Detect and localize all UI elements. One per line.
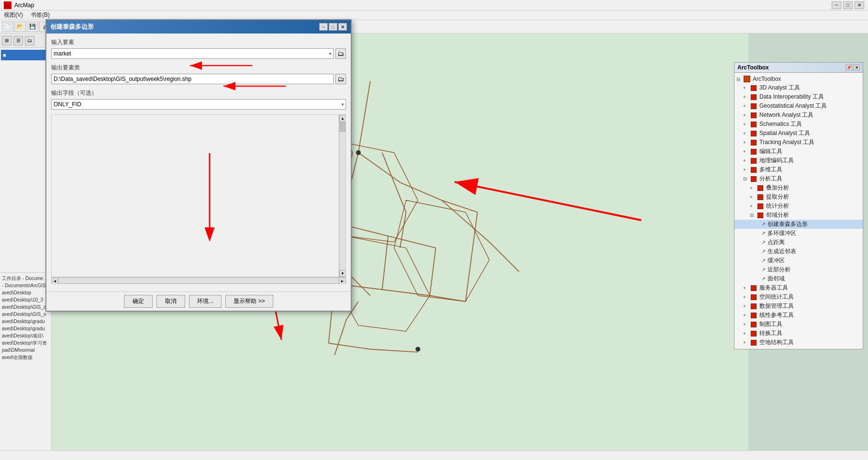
dialog-hscrollbar[interactable]: ◄ ►: [51, 277, 346, 284]
dir-item[interactable]: 工作目录 - Documents\Ar: [2, 275, 49, 282]
scroll-left-arrow[interactable]: ◄: [52, 278, 58, 284]
dir-item[interactable]: aved\Desktop: [2, 289, 49, 296]
expand-spatialstats: +: [743, 294, 749, 300]
input-browse-button[interactable]: 🗂: [335, 48, 346, 59]
at-stats[interactable]: + 统计分析: [734, 202, 863, 211]
at-proximity[interactable]: ⊟ 邻域分析: [734, 211, 863, 220]
at-spatial2[interactable]: + 空地结构工具: [734, 338, 863, 347]
at-geostat[interactable]: + Geostatistical Analyst 工具: [734, 101, 863, 111]
at-analysis[interactable]: ⊟ 分析工具: [734, 174, 863, 183]
cancel-button[interactable]: 取消: [156, 295, 185, 308]
catalog-icon1[interactable]: ⊞: [2, 36, 11, 45]
cartography-icon: [750, 321, 757, 328]
menu-bookmark[interactable]: 书签(B): [29, 11, 52, 19]
new-btn[interactable]: 📄: [2, 22, 13, 32]
arcmap-icon: [4, 1, 11, 9]
editor-box-icon: [751, 149, 757, 155]
at-root[interactable]: ⊟ ArcToolbox: [734, 75, 863, 83]
svg-point-21: [415, 347, 420, 351]
scroll-right-arrow[interactable]: ►: [339, 278, 345, 284]
left-panel: ⊞ ☰ 🗂 ■ 工作目录 - Documents\Ar - Documents\…: [0, 34, 52, 460]
output-features-input[interactable]: [51, 74, 334, 84]
scroll-thumb[interactable]: [340, 122, 345, 132]
at-pointdist[interactable]: ↗ 点距离: [734, 238, 863, 247]
confirm-button[interactable]: 确定: [124, 295, 153, 308]
dir-item[interactable]: pad\DM\normal: [2, 347, 49, 354]
dialog-minimize[interactable]: ─: [319, 23, 328, 31]
at-3d[interactable]: + 3D Analyst 工具: [734, 83, 863, 92]
show-help-button[interactable]: 显示帮助 >>: [225, 295, 273, 308]
geostat-icon: [750, 102, 757, 110]
menu-view[interactable]: 视图(V): [2, 11, 25, 19]
dir-item[interactable]: aved\Desktop\gradu: [2, 325, 49, 332]
close-button[interactable]: ✕: [855, 1, 864, 9]
at-nearanalysis[interactable]: ↗ 近部分析: [734, 265, 863, 274]
at-datamgmt[interactable]: + 数据管理工具: [734, 302, 863, 311]
at-adjoin[interactable]: ↗ 面邻域: [734, 274, 863, 283]
spatial2-icon: [750, 339, 757, 347]
spatial-box-icon: [751, 131, 757, 136]
at-server[interactable]: + 服务器工具: [734, 283, 863, 292]
at-interop[interactable]: + Data Interoperability 工具: [734, 92, 863, 101]
at-editor[interactable]: + 编辑工具: [734, 147, 863, 156]
at-spatialstats[interactable]: + 空间统计工具: [734, 292, 863, 302]
hscroll-track[interactable]: [58, 278, 339, 283]
stats-icon: [757, 202, 764, 210]
maximize-button[interactable]: □: [843, 1, 853, 9]
at-schematics[interactable]: + Schematics 工具: [734, 120, 863, 129]
catalog-icon3[interactable]: 🗂: [25, 36, 34, 45]
at-network[interactable]: + Network Analyst 工具: [734, 111, 863, 120]
dir-item[interactable]: - Documents\ArcGIS: [2, 282, 49, 289]
output-fields-dropdown[interactable]: ONLY_FID ▼: [51, 99, 346, 110]
dir-item[interactable]: aved\Desktop\项目\: [2, 332, 49, 339]
at-multibuffer[interactable]: ↗ 多环缓冲区: [734, 229, 863, 238]
dialog-vscrollbar[interactable]: ▲ ▼: [339, 115, 345, 277]
dir-item[interactable]: aved\Desktop\GIS_o: [2, 303, 49, 311]
at-cartography-label: 制图工具: [759, 320, 782, 328]
at-neartable[interactable]: ↗ 生成近邻表: [734, 247, 863, 256]
at-nearanalysis-label: 近部分析: [768, 266, 790, 274]
catalog-current-item[interactable]: ■: [1, 50, 50, 60]
at-linearref[interactable]: + 线性参考工具: [734, 311, 863, 320]
expand-stats: +: [750, 203, 756, 209]
save-btn[interactable]: 💾: [27, 22, 38, 32]
dir-item[interactable]: aved\Desktop\10_3: [2, 296, 49, 303]
catalog-icon2[interactable]: ☰: [13, 36, 23, 45]
at-cartography[interactable]: + 制图工具: [734, 320, 863, 329]
at-buffer[interactable]: ↗ 缓冲区: [734, 256, 863, 265]
at-multidim[interactable]: + 多维工具: [734, 165, 863, 174]
at-overlay[interactable]: + 叠加分析: [734, 183, 863, 192]
at-conversion[interactable]: + 转换工具: [734, 329, 863, 338]
dialog-maximize[interactable]: □: [329, 23, 337, 31]
at-spatial[interactable]: + Spatial Analyst 工具: [734, 129, 863, 138]
dir-item[interactable]: aved\全国数据: [2, 354, 49, 361]
input-features-dropdown[interactable]: market ▼: [51, 48, 334, 59]
expand-geocoding: +: [743, 158, 749, 163]
scroll-up-arrow[interactable]: ▲: [339, 115, 346, 122]
arctoolbox-pin[interactable]: 📌: [846, 65, 852, 70]
expand-conversion: +: [743, 331, 749, 336]
expand-network: +: [743, 112, 749, 118]
at-thiessen[interactable]: ↗ 创建泰森多边形: [734, 220, 863, 229]
at-extract[interactable]: + 提取分析: [734, 192, 863, 202]
arctoolbox-close[interactable]: ✕: [853, 65, 860, 70]
scroll-down-arrow[interactable]: ▼: [339, 270, 346, 277]
environment-button[interactable]: 环境...: [189, 295, 222, 308]
menubar: 视图(V) 书签(B): [0, 11, 868, 20]
dir-item[interactable]: aved\Desktop\GIS_o: [2, 311, 49, 318]
at-geocoding[interactable]: + 地理编码工具: [734, 156, 863, 165]
spatial-icon: [750, 130, 757, 137]
spatialstats-box-icon: [751, 294, 757, 300]
at-spatialstats-label: 空间统计工具: [759, 293, 794, 301]
arctoolbox-panel: ArcToolbox 📌 ✕ ⊟ ArcToolbox + 3D Analyst…: [734, 62, 863, 349]
dialog-window-controls: ─ □ ✕: [319, 23, 347, 31]
at-tracking[interactable]: + Tracking Analyst 工具: [734, 138, 863, 147]
output-browse-button[interactable]: 🗂: [335, 74, 346, 84]
dir-item[interactable]: aved\Desktop\gradu: [2, 318, 49, 325]
dialog-annotation-arrow: [52, 115, 345, 277]
dir-item[interactable]: aved\Desktop\学习资: [2, 339, 49, 347]
minimize-button[interactable]: ─: [832, 1, 841, 9]
dialog-close[interactable]: ✕: [338, 23, 347, 31]
at-conversion-label: 转换工具: [759, 329, 782, 337]
open-btn[interactable]: 📂: [14, 22, 26, 32]
